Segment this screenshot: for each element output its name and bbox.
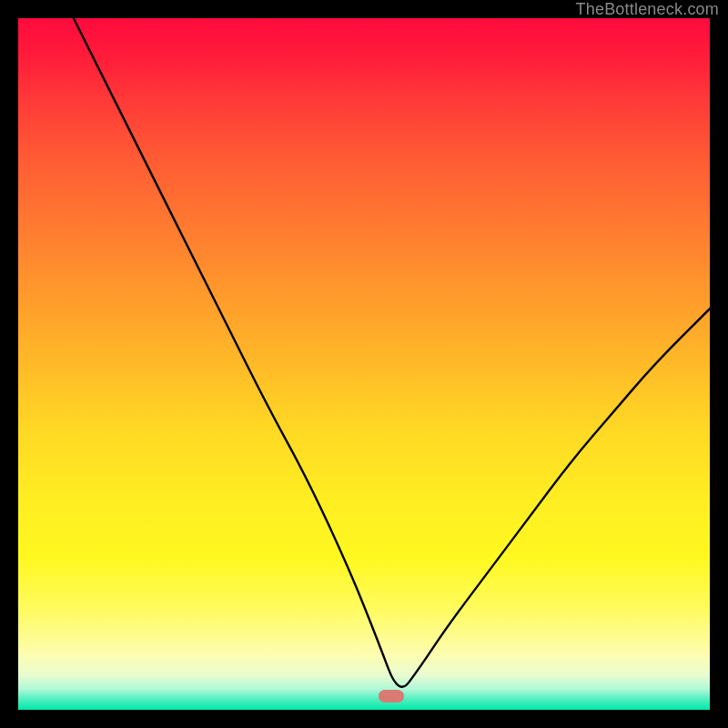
plot-area — [18, 18, 710, 710]
bottleneck-curve — [18, 18, 710, 710]
optimal-marker — [379, 690, 404, 703]
watermark-text: TheBottleneck.com — [576, 0, 719, 19]
chart-frame: TheBottleneck.com — [0, 0, 728, 728]
